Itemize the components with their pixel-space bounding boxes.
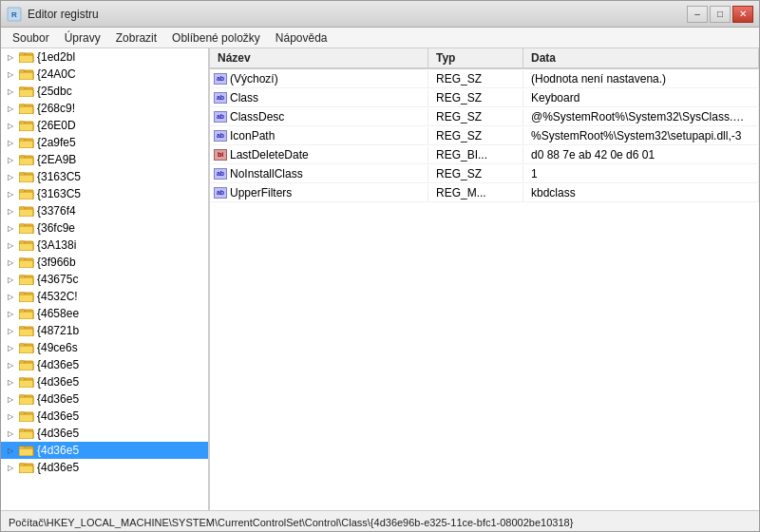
tree-item[interactable]: ▷ {268c9!	[1, 100, 208, 117]
expand-arrow[interactable]: ▷	[5, 222, 16, 234]
menu-item-2[interactable]: Zobrazit	[108, 29, 164, 47]
split-view: ▷ {1ed2bl ▷ {24A0C ▷ {25dbc ▷ {268c9! ▷	[1, 48, 759, 510]
folder-icon	[19, 409, 34, 423]
expand-arrow[interactable]: ▷	[5, 205, 16, 217]
registry-row[interactable]: bi LastDeleteDate REG_BI... d0 88 7e ab …	[210, 145, 759, 164]
tree-item[interactable]: ▷ {4658ee	[1, 305, 208, 322]
tree-label: {4d36e5	[37, 461, 79, 474]
tree-item[interactable]: ▷ {2a9fe5	[1, 134, 208, 151]
reg-type: REG_SZ	[428, 89, 523, 106]
expand-arrow[interactable]: ▷	[5, 445, 16, 456]
reg-data: Keyboard	[523, 89, 759, 106]
expand-arrow[interactable]: ▷	[5, 342, 16, 353]
expand-arrow[interactable]: ▷	[5, 137, 16, 148]
folder-icon	[19, 290, 34, 303]
registry-row[interactable]: ab NoInstallClass REG_SZ 1	[210, 164, 759, 183]
tree-item[interactable]: ▷ {1ed2bl	[1, 48, 208, 66]
expand-arrow[interactable]: ▷	[5, 51, 16, 63]
close-button[interactable]: ✕	[732, 6, 753, 23]
reg-name-cell: bi LastDeleteDate	[210, 146, 428, 163]
folder-icon	[19, 307, 34, 320]
tree-item[interactable]: ▷ {43675c	[1, 271, 208, 288]
col-header-data[interactable]: Data	[523, 48, 759, 67]
menu-bar: SouborÚpravyZobrazitOblíbené položkyNápo…	[1, 28, 759, 48]
folder-icon	[19, 136, 34, 149]
tree-item[interactable]: ▷ {3163C5	[1, 168, 208, 185]
ab-icon: ab	[214, 111, 227, 123]
reg-name-cell: ab NoInstallClass	[210, 165, 428, 182]
expand-arrow[interactable]: ▷	[5, 410, 16, 422]
tree-item[interactable]: ▷ {4d36e5	[1, 356, 208, 373]
tree-item[interactable]: ▷ {3163C5	[1, 185, 208, 202]
tree-item[interactable]: ▷ {2EA9B	[1, 151, 208, 168]
tree-item[interactable]: ▷ {4532C!	[1, 288, 208, 305]
registry-row[interactable]: ab Class REG_SZ Keyboard	[210, 88, 759, 107]
expand-arrow[interactable]: ▷	[5, 325, 16, 336]
tree-label: {4d36e5	[37, 409, 79, 423]
registry-row[interactable]: ab UpperFilters REG_M... kbdclass	[210, 183, 759, 202]
expand-arrow[interactable]: ▷	[5, 291, 16, 302]
registry-row[interactable]: ab (Výchozí) REG_SZ (Hodnota není nastav…	[210, 69, 759, 88]
svg-rect-22	[19, 158, 33, 165]
ab-icon: ab	[214, 168, 227, 180]
tree-item[interactable]: ▷ {24A0C	[1, 66, 208, 83]
reg-type: REG_SZ	[428, 127, 523, 144]
expand-arrow[interactable]: ▷	[5, 393, 16, 405]
svg-rect-58	[19, 363, 33, 370]
expand-arrow[interactable]: ▷	[5, 171, 16, 182]
expand-arrow[interactable]: ▷	[5, 103, 16, 114]
reg-name-cell: ab IconPath	[210, 127, 428, 144]
folder-icon	[19, 119, 34, 132]
registry-tree[interactable]: ▷ {1ed2bl ▷ {24A0C ▷ {25dbc ▷ {268c9! ▷	[1, 48, 210, 510]
menu-item-4[interactable]: Nápověda	[268, 29, 335, 47]
expand-arrow[interactable]: ▷	[5, 308, 16, 319]
minimize-button[interactable]: –	[687, 6, 708, 23]
tree-item[interactable]: ▷ {4d36e5	[1, 442, 208, 459]
folder-icon	[19, 461, 34, 474]
tree-item[interactable]: ▷ {4d36e5	[1, 425, 208, 442]
registry-values-panel[interactable]: Název Typ Data ab (Výchozí) REG_SZ (Hodn…	[210, 48, 759, 510]
expand-arrow[interactable]: ▷	[5, 188, 16, 200]
expand-arrow[interactable]: ▷	[5, 154, 16, 165]
menu-item-0[interactable]: Soubor	[5, 29, 57, 47]
svg-text:R: R	[11, 10, 17, 19]
maximize-button[interactable]: □	[710, 6, 731, 23]
ab-icon: ab	[214, 130, 227, 142]
svg-rect-52	[19, 329, 33, 336]
registry-row[interactable]: ab ClassDesc REG_SZ @%SystemRoot%\System…	[210, 107, 759, 126]
menu-item-3[interactable]: Oblíbené položky	[164, 29, 268, 47]
tree-item[interactable]: ▷ {25dbc	[1, 83, 208, 100]
expand-arrow[interactable]: ▷	[5, 68, 16, 80]
folder-icon	[19, 444, 34, 457]
expand-arrow[interactable]: ▷	[5, 462, 16, 473]
tree-item[interactable]: ▷ {4d36e5	[1, 408, 208, 425]
reg-type: REG_SZ	[428, 70, 523, 87]
expand-arrow[interactable]: ▷	[5, 359, 16, 370]
svg-rect-64	[19, 397, 33, 405]
tree-item[interactable]: ▷ {48721b	[1, 322, 208, 339]
window-title: Editor registru	[28, 8, 99, 21]
registry-row[interactable]: ab IconPath REG_SZ %SystemRoot%\System32…	[210, 126, 759, 145]
expand-arrow[interactable]: ▷	[5, 274, 16, 285]
tree-item[interactable]: ▷ {4d36e5	[1, 373, 208, 390]
expand-arrow[interactable]: ▷	[5, 428, 16, 439]
expand-arrow[interactable]: ▷	[5, 239, 16, 251]
menu-item-1[interactable]: Úpravy	[57, 29, 108, 47]
tree-label: {26E0D	[37, 119, 76, 132]
tree-item[interactable]: ▷ {26E0D	[1, 117, 208, 134]
expand-arrow[interactable]: ▷	[5, 376, 16, 388]
col-header-name[interactable]: Název	[210, 48, 428, 67]
tree-item[interactable]: ▷ {36fc9e	[1, 219, 208, 237]
tree-item[interactable]: ▷ {4d36e5	[1, 390, 208, 408]
tree-label: {3f966b	[37, 256, 76, 269]
reg-name: NoInstallClass	[230, 167, 303, 180]
tree-item[interactable]: ▷ {49ce6s	[1, 339, 208, 356]
tree-item[interactable]: ▷ {3376f4	[1, 202, 208, 219]
expand-arrow[interactable]: ▷	[5, 120, 16, 131]
expand-arrow[interactable]: ▷	[5, 256, 16, 268]
tree-item[interactable]: ▷ {3f966b	[1, 254, 208, 271]
tree-item[interactable]: ▷ {3A138i	[1, 237, 208, 254]
tree-item[interactable]: ▷ {4d36e5	[1, 459, 208, 476]
expand-arrow[interactable]: ▷	[5, 86, 16, 97]
col-header-type[interactable]: Typ	[428, 48, 523, 67]
